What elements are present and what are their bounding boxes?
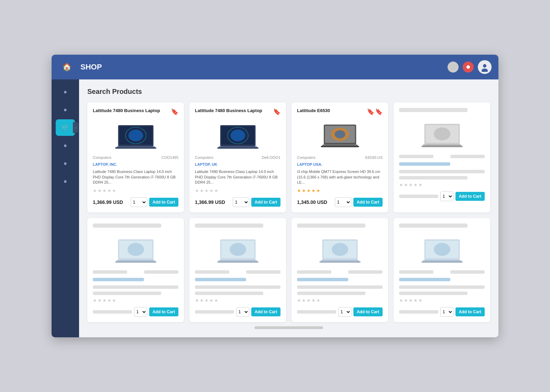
stars-3: ★ ★ ★ ★ ★	[297, 188, 383, 193]
star-1-3: ★	[102, 188, 107, 193]
sidebar-item-5[interactable]: ●	[56, 155, 75, 172]
star-8-4: ★	[414, 298, 418, 303]
qty-select-4[interactable]: 123	[440, 192, 453, 201]
qty-select-5[interactable]: 123	[134, 307, 147, 317]
dot-icon[interactable]	[448, 62, 459, 73]
svg-point-24	[434, 128, 450, 141]
star-7-1: ★	[297, 298, 301, 303]
star-1-4: ★	[107, 188, 111, 193]
qty-select-1[interactable]: 123	[131, 197, 147, 207]
add-to-cart-3[interactable]: Add to Cart	[353, 198, 383, 207]
add-to-cart-2[interactable]: Add to Cart	[251, 198, 280, 207]
add-to-cart-5[interactable]: Add to Cart	[149, 307, 178, 316]
ph-price-6	[195, 310, 234, 314]
ph-code-6	[246, 270, 280, 274]
ph-desc-7a	[297, 285, 383, 289]
star-5-4: ★	[107, 298, 111, 303]
star-1-2: ★	[98, 188, 102, 193]
card-header-2: Lattitude 7480 Business Laptop 🔖	[195, 108, 280, 116]
ph-supplier-8	[399, 278, 450, 281]
product-image-4	[399, 118, 485, 152]
add-to-cart-4[interactable]: Add to Cart	[455, 192, 485, 201]
product-name-2: Lattitude 7480 Business Laptop	[195, 108, 273, 114]
star-3-5: ★	[316, 188, 320, 193]
star-4-3: ★	[409, 182, 413, 187]
product-card-1: Lattitude 7480 Business Laptop 🔖	[87, 102, 184, 212]
laptop-svg-6	[217, 237, 258, 264]
stars-7: ★ ★ ★ ★ ★	[297, 298, 383, 303]
star-4-5: ★	[418, 182, 422, 187]
product-card-4: ★ ★ ★ ★ ★ 123 Add to Cart	[394, 102, 490, 212]
bottom-row-1: 1,366.99 USD 123 Add to Cart	[93, 197, 178, 207]
sidebar-item-1[interactable]: ●	[56, 84, 75, 100]
sidebar-toggle[interactable]: ›	[73, 122, 78, 133]
star-6-1: ★	[195, 298, 199, 303]
price-1: 1,366.99 USD	[93, 199, 129, 205]
sidebar-item-cart[interactable]: 🛒 ›	[56, 119, 75, 136]
cart-icon: 🛒	[62, 124, 69, 131]
sidebar-dot-6: ●	[64, 178, 67, 185]
svg-rect-46	[421, 261, 463, 262]
meta-supplier-row-3: LAPTOP USA.	[297, 162, 383, 166]
card-header-3: Lattitude E6530 🔖 🔖	[297, 108, 383, 116]
add-to-cart-1[interactable]: Add to Cart	[149, 198, 178, 207]
ph-code-8	[450, 270, 485, 274]
sidebar-item-6[interactable]: ●	[56, 173, 75, 189]
star-6-3: ★	[205, 298, 209, 303]
qty-select-2[interactable]: 123	[233, 197, 249, 207]
sidebar-item-2[interactable]: ●	[56, 101, 75, 118]
user-avatar[interactable]	[478, 60, 492, 74]
ph-code-5	[144, 270, 178, 274]
ph-desc-8b	[399, 292, 468, 295]
svg-rect-21	[321, 146, 359, 147]
add-to-cart-7[interactable]: Add to Cart	[353, 307, 383, 316]
svg-point-34	[230, 243, 246, 256]
home-icon: 🏠	[62, 63, 72, 72]
user-svg	[480, 62, 490, 72]
star-7-2: ★	[302, 298, 306, 303]
shop-title: SHOP	[80, 63, 442, 72]
ph-price-8	[399, 310, 438, 314]
ph-cat-7	[297, 270, 331, 274]
product-card-8: ★ ★ ★ ★ ★ 123 Add to Cart	[394, 218, 490, 322]
meta-code-2: Dell-OOO1	[262, 155, 280, 160]
ph-cat-4	[399, 155, 433, 158]
notification-icon[interactable]	[463, 62, 474, 73]
bottom-row-3: 1,345.00 USD 123 Add to Cart	[297, 197, 383, 207]
price-2: 1,366.99 USD	[195, 199, 231, 205]
sidebar: ● ● 🛒 › ● ● ●	[52, 79, 79, 337]
laptop-svg-7	[319, 237, 361, 264]
placeholder-title-8	[399, 224, 468, 228]
star-8-2: ★	[404, 298, 408, 303]
placeholder-title-6	[195, 224, 263, 228]
sidebar-item-4[interactable]: ●	[56, 137, 75, 154]
svg-rect-31	[115, 261, 156, 262]
card-header-7	[297, 224, 383, 230]
star-7-4: ★	[311, 298, 316, 303]
star-4-2: ★	[404, 182, 408, 187]
add-to-cart-6[interactable]: Add to Cart	[251, 307, 280, 316]
svg-rect-41	[319, 261, 361, 262]
bottom-row-2: 1,366.99 USD 123 Add to Cart	[195, 197, 280, 207]
placeholder-title-5	[93, 224, 161, 228]
star-5-1: ★	[93, 298, 97, 303]
svg-point-29	[128, 243, 144, 256]
bottom-row-8: 123 Add to Cart	[399, 307, 485, 317]
home-button[interactable]: 🏠	[58, 59, 75, 75]
sidebar-dot-1: ●	[64, 88, 67, 96]
star-5-5: ★	[112, 298, 116, 303]
qty-select-3[interactable]: 123	[335, 197, 351, 207]
star-1-1: ★	[93, 188, 97, 193]
qty-select-7[interactable]: 123	[338, 307, 351, 317]
scrollbar-track[interactable]	[254, 326, 323, 329]
ph-cat-8	[399, 270, 433, 274]
stars-6: ★ ★ ★ ★ ★	[195, 298, 280, 303]
add-to-cart-8[interactable]: Add to Cart	[455, 307, 485, 316]
qty-select-6[interactable]: 123	[236, 307, 249, 317]
star-7-3: ★	[307, 298, 311, 303]
top-bar: 🏠 SHOP	[52, 55, 498, 79]
product-name-1: Lattitude 7480 Business Laptop	[93, 108, 171, 114]
laptop-svg-2	[217, 122, 258, 149]
qty-select-8[interactable]: 123	[440, 307, 453, 317]
meta-supplier-3: LAPTOP USA.	[297, 162, 322, 166]
